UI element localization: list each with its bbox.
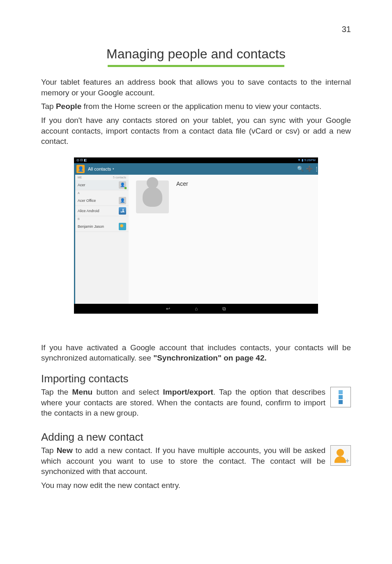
intro-paragraph-2: Tap People from the Home screen or the a… xyxy=(41,101,351,112)
section-importing: Importing contacts xyxy=(41,372,351,385)
imp-menu: Menu xyxy=(72,388,93,396)
p2-a: Tap xyxy=(41,102,56,111)
overflow-menu-icon[interactable]: ⋮ xyxy=(314,166,318,172)
list-item-acer[interactable]: Acer 👤 xyxy=(75,180,129,190)
imp-a: Tap the xyxy=(41,388,72,396)
contact-count: 5 contacts xyxy=(113,176,126,179)
people-topbar: 👤 All contacts ▾ 🔍 ➕ ⋮ xyxy=(74,163,318,175)
contact-name-benjamin: Benjamin Jason xyxy=(78,224,104,229)
add-contact-icon[interactable]: ➕ xyxy=(305,166,314,172)
page-title: Managing people and contacts xyxy=(41,46,351,62)
me-header-label: ME xyxy=(78,176,82,179)
tablet-screenshot: ◎ ⊡ ◧ ▼ ▮ 5:26PM 👤 All contacts ▾ 🔍 ➕ ⋮ … xyxy=(74,157,318,314)
page-number: 31 xyxy=(41,25,351,34)
add-last-paragraph: You may now edit the new contact entry. xyxy=(41,480,351,491)
back-icon[interactable]: ↩ xyxy=(166,306,170,312)
menu-button-icon xyxy=(330,387,351,407)
p2-c: from the Home screen or the application … xyxy=(81,102,321,111)
me-header: ME 5 contacts xyxy=(75,175,129,180)
add-new: New xyxy=(57,446,73,455)
p2-people: People xyxy=(56,102,81,111)
detail-contact-name: Acer xyxy=(176,180,188,187)
status-right: ▼ ▮ 5:26PM xyxy=(297,158,316,162)
list-item-acer-office[interactable]: Acer Office 👤 xyxy=(75,196,129,206)
all-contacts-dropdown[interactable]: All contacts xyxy=(88,166,111,171)
contact-name-alice: Alice Android xyxy=(78,209,99,213)
p4-crossref: "Synchronization" on page 42. xyxy=(153,354,267,362)
add-a: Tap xyxy=(41,446,57,455)
avatar-acer-office: 👤 xyxy=(119,197,126,204)
add-paragraph: Tap New to add a new contact. If you hav… xyxy=(41,445,325,477)
intro-paragraph-1: Your tablet features an address book tha… xyxy=(41,77,351,98)
title-underline xyxy=(108,65,284,67)
contact-name-acer: Acer xyxy=(78,183,85,187)
recent-apps-icon[interactable]: ⧉ xyxy=(222,306,226,312)
imp-c: button and select xyxy=(92,388,163,396)
status-left-icons: ◎ ⊡ ◧ xyxy=(76,158,87,162)
screenshot-container: ◎ ⊡ ◧ ▼ ▮ 5:26PM 👤 All contacts ▾ 🔍 ➕ ⋮ … xyxy=(41,157,351,314)
intro-paragraph-3: If you don't have any contacts stored on… xyxy=(41,115,351,147)
contact-name-acer-office: Acer Office xyxy=(78,199,96,203)
a-header: A xyxy=(75,190,129,196)
people-app-icon[interactable]: 👤 xyxy=(76,165,85,173)
system-navbar: ↩ ⌂ ⧉ xyxy=(74,304,318,314)
imp-ie: Import/export xyxy=(163,388,213,396)
b-header: B xyxy=(75,216,129,222)
new-contact-icon: + xyxy=(330,445,351,466)
list-item-benjamin[interactable]: Benjamin Jason xyxy=(75,222,129,232)
avatar-acer: 👤 xyxy=(119,181,126,189)
status-bar: ◎ ⊡ ◧ ▼ ▮ 5:26PM xyxy=(74,157,318,163)
import-paragraph: Tap the Menu button and select Import/ex… xyxy=(41,387,325,418)
avatar-alice: 🏞 xyxy=(119,207,126,215)
home-icon[interactable]: ⌂ xyxy=(195,306,198,312)
list-item-alice[interactable]: Alice Android 🏞 xyxy=(75,206,129,216)
detail-avatar xyxy=(136,180,169,213)
contact-list: ME 5 contacts Acer 👤 A Acer Office 👤 Ali… xyxy=(75,175,129,304)
search-icon[interactable]: 🔍 xyxy=(296,166,305,172)
chevron-down-icon: ▾ xyxy=(113,167,114,171)
avatar-benjamin xyxy=(119,223,126,230)
sync-paragraph: If you have activated a Google account t… xyxy=(41,342,351,363)
section-adding: Adding a new contact xyxy=(41,431,351,444)
add-c: to add a new contact. If you have multip… xyxy=(41,446,325,476)
contact-detail-pane: Acer xyxy=(129,175,318,304)
